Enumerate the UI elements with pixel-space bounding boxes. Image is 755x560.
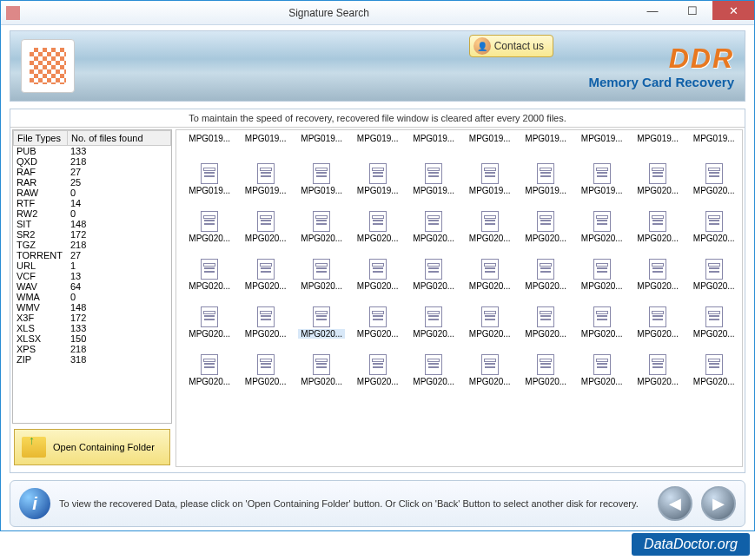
file-item[interactable]: MPG020...	[686, 197, 743, 245]
table-row[interactable]: ZIP318	[13, 354, 171, 365]
file-icon	[705, 306, 723, 327]
table-row[interactable]: WAV64	[13, 281, 171, 292]
file-item[interactable]: MPG020...	[518, 197, 574, 245]
table-row[interactable]: XLSX150	[13, 333, 171, 344]
file-item[interactable]: MPG020...	[182, 245, 238, 293]
file-item[interactable]: MPG020...	[462, 293, 519, 340]
file-item[interactable]: MPG020...	[294, 293, 350, 340]
file-item[interactable]: MPG020...	[350, 245, 407, 293]
table-row[interactable]: VCF13	[13, 271, 171, 281]
file-item[interactable]: MPG019...	[630, 134, 686, 149]
file-item[interactable]: MPG019...	[518, 134, 574, 149]
file-item[interactable]: MPG020...	[518, 245, 574, 293]
table-row[interactable]: WMV148	[13, 302, 171, 313]
file-item[interactable]: MPG020...	[630, 293, 686, 340]
file-item[interactable]: MPG020...	[406, 340, 462, 388]
table-row[interactable]: RW20	[13, 208, 171, 219]
file-item[interactable]: MPG020...	[630, 245, 686, 293]
file-item[interactable]: MPG020...	[462, 340, 519, 388]
file-item[interactable]: MPG020...	[182, 293, 238, 340]
file-item[interactable]: MPG020...	[462, 245, 519, 293]
table-row[interactable]: WMA0	[13, 292, 171, 302]
table-row[interactable]: RTF14	[13, 198, 171, 208]
file-item[interactable]: MPG019...	[182, 134, 238, 149]
table-row[interactable]: RAF27	[13, 167, 171, 177]
file-icon	[257, 306, 275, 327]
file-icon	[313, 211, 330, 232]
file-item[interactable]: MPG020...	[574, 340, 631, 388]
file-item[interactable]: MPG019...	[350, 149, 407, 197]
file-item[interactable]: MPG020...	[406, 197, 462, 245]
col-file-types[interactable]: File Types	[14, 131, 68, 146]
file-item[interactable]: MPG019...	[406, 149, 462, 197]
file-item[interactable]: MPG019...	[238, 134, 295, 149]
file-item[interactable]: MPG019...	[182, 149, 238, 197]
file-item[interactable]: MPG019...	[294, 134, 350, 149]
file-item[interactable]: MPG019...	[406, 134, 462, 149]
table-row[interactable]: TORRENT27	[13, 250, 171, 260]
file-item[interactable]: MPG020...	[350, 340, 407, 388]
file-item[interactable]: MPG020...	[238, 245, 295, 293]
table-row[interactable]: RAR25	[13, 177, 171, 188]
file-item[interactable]: MPG020...	[518, 293, 574, 340]
table-row[interactable]: XPS218	[13, 344, 171, 354]
table-row[interactable]: XLS133	[13, 323, 171, 333]
file-item[interactable]: MPG020...	[686, 149, 743, 197]
file-icon	[257, 259, 275, 280]
table-row[interactable]: SR2172	[13, 229, 171, 240]
file-item[interactable]: MPG019...	[686, 134, 743, 149]
file-item[interactable]: MPG019...	[462, 134, 519, 149]
forward-button[interactable]: ▶	[701, 486, 736, 521]
file-item[interactable]: MPG020...	[350, 197, 407, 245]
file-item[interactable]: MPG020...	[462, 197, 519, 245]
table-scroll[interactable]: PUB133QXD218RAF27RAR25RAW0RTF14RW20SIT14…	[13, 146, 171, 400]
file-item[interactable]: MPG019...	[294, 149, 350, 197]
file-item[interactable]: MPG019...	[350, 134, 407, 149]
col-files-found[interactable]: No. of files found	[68, 131, 171, 146]
file-item[interactable]: MPG020...	[406, 293, 462, 340]
table-row[interactable]: TGZ218	[13, 240, 171, 250]
table-row[interactable]: RAW0	[13, 188, 171, 198]
file-item[interactable]: MPG020...	[238, 197, 295, 245]
file-item[interactable]: MPG020...	[574, 197, 631, 245]
table-row[interactable]: SIT148	[13, 219, 171, 229]
table-row[interactable]: X3F172	[13, 313, 171, 323]
file-item[interactable]: MPG020...	[182, 340, 238, 388]
table-row[interactable]: URL1	[13, 260, 171, 271]
file-item[interactable]: MPG019...	[574, 134, 631, 149]
file-icon	[705, 259, 723, 280]
table-row[interactable]: QXD218	[13, 156, 171, 167]
file-item[interactable]: MPG020...	[294, 245, 350, 293]
minimize-button[interactable]: —	[632, 1, 672, 20]
file-item[interactable]: MPG019...	[574, 149, 631, 197]
maximize-button[interactable]: ☐	[672, 1, 712, 20]
file-item[interactable]: MPG020...	[686, 293, 743, 340]
contact-label: Contact us	[494, 40, 544, 52]
file-icon	[425, 306, 442, 327]
file-item[interactable]: MPG020...	[686, 340, 743, 388]
file-item[interactable]: MPG020...	[630, 149, 686, 197]
file-item[interactable]: MPG020...	[350, 293, 407, 340]
file-item[interactable]: MPG020...	[630, 340, 686, 388]
file-item[interactable]: MPG020...	[686, 245, 743, 293]
file-item[interactable]: MPG020...	[182, 197, 238, 245]
contact-us-button[interactable]: 👤 Contact us	[469, 35, 553, 57]
open-containing-folder-button[interactable]: Open Containing Folder	[14, 429, 170, 465]
file-grid-scroll[interactable]: MPG019...MPG019...MPG019...MPG019...MPG0…	[176, 129, 743, 467]
file-icon	[481, 259, 499, 280]
back-button[interactable]: ◀	[658, 486, 692, 521]
file-item[interactable]: MPG020...	[574, 245, 631, 293]
file-item[interactable]: MPG020...	[518, 340, 574, 388]
close-button[interactable]: ✕	[712, 1, 754, 20]
file-item[interactable]: MPG020...	[630, 197, 686, 245]
file-item[interactable]: MPG019...	[462, 149, 519, 197]
file-item[interactable]: MPG020...	[238, 293, 295, 340]
file-item[interactable]: MPG020...	[294, 340, 350, 388]
file-item[interactable]: MPG020...	[406, 245, 462, 293]
file-item[interactable]: MPG019...	[518, 149, 574, 197]
file-item[interactable]: MPG020...	[238, 340, 295, 388]
file-item[interactable]: MPG020...	[294, 197, 350, 245]
file-item[interactable]: MPG019...	[238, 149, 295, 197]
file-item[interactable]: MPG020...	[574, 293, 631, 340]
table-row[interactable]: PUB133	[13, 146, 171, 156]
